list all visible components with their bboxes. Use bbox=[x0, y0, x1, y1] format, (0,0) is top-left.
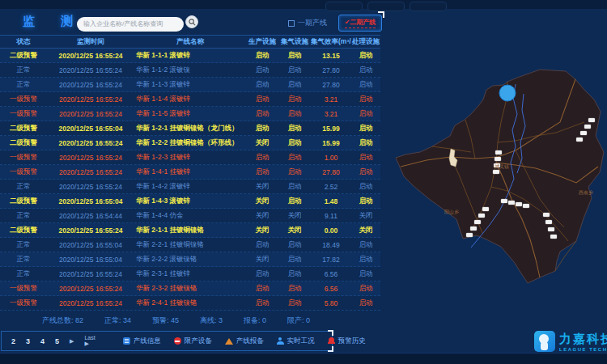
cell-time: 2020/12/25 16:55:24 bbox=[47, 139, 134, 147]
search-box bbox=[77, 15, 198, 29]
table-row[interactable]: 正常2020/12/25 16:55:04华新 2-2-1 挂镀铜镍铬启动启动1… bbox=[0, 238, 380, 252]
cell-time: 2020/12/25 16:54:44 bbox=[47, 212, 134, 220]
enterprise-marker[interactable] bbox=[466, 233, 473, 237]
enterprise-marker[interactable] bbox=[493, 170, 499, 174]
cell-status: 一级预警 bbox=[0, 153, 47, 163]
phase2-toggle-button[interactable]: ✔二期产线 bbox=[338, 15, 382, 32]
cell-prod: 启动 bbox=[246, 95, 278, 104]
enterprise-marker[interactable] bbox=[516, 202, 522, 206]
table-row[interactable]: 一级预警2020/12/25 16:55:24华新 1-1-4 滚镀锌启动启动3… bbox=[0, 92, 380, 107]
enterprise-marker[interactable] bbox=[580, 131, 587, 135]
last-page-button[interactable]: Last ▶ bbox=[84, 335, 95, 347]
alarm-history-button[interactable]: 预警历史 bbox=[328, 336, 366, 346]
summary-产线总数: 产线总数: 82 bbox=[42, 315, 83, 326]
cell-time: 2020/12/25 16:55:04 bbox=[47, 197, 134, 205]
cell-treat: 启动 bbox=[351, 255, 380, 265]
cell-treat: 启动 bbox=[351, 182, 380, 192]
map-cluster-bubble[interactable] bbox=[499, 85, 516, 101]
cell-line: 华新 1-4-2 滚镀锌 bbox=[134, 182, 246, 192]
cell-status: 一级预警 bbox=[0, 284, 47, 294]
enterprise-marker[interactable] bbox=[588, 118, 595, 122]
map-place-label: 城关镇 bbox=[495, 163, 509, 169]
cell-time: 2020/12/25 16:55:24 bbox=[47, 66, 134, 74]
restricted-device-button[interactable]: 限产设备 bbox=[174, 336, 212, 346]
enterprise-marker[interactable] bbox=[548, 227, 554, 231]
enterprise-marker[interactable] bbox=[508, 201, 515, 205]
table-row[interactable]: 正常2020/12/25 16:55:24华新 1-1-3 滚镀锌启动启动27.… bbox=[0, 78, 380, 92]
table-row[interactable]: 一级预警2020/12/25 16:55:24华新 1-1-5 滚镀锌启动启动3… bbox=[0, 107, 380, 121]
cell-time: 2020/12/25 16:55:04 bbox=[47, 256, 134, 264]
monitoring-dashboard: 监 测 一期产线 ✔二期产线 状态 监测时间 产线名称 生产设施 集气设施 集气… bbox=[0, 0, 607, 364]
header: 监 测 一期产线 ✔二期产线 bbox=[0, 9, 607, 35]
table-row[interactable]: 一级预警2020/12/25 16:55:24华新 1-2-3 挂镀锌启动启动1… bbox=[0, 150, 380, 165]
line-info-label: 产线信息 bbox=[134, 336, 161, 346]
cell-time: 2020/12/25 16:55:24 bbox=[47, 168, 134, 176]
cell-eff: 18.49 bbox=[311, 241, 351, 249]
table-row[interactable]: 一级预警2020/12/25 16:55:24华新 1-4-1 挂镀锌启动启动2… bbox=[0, 165, 380, 180]
table-row[interactable]: 正常2020/12/25 16:55:24华新 2-3-1 挂镀锌启动启动6.5… bbox=[0, 267, 380, 281]
enterprise-marker[interactable] bbox=[495, 150, 502, 154]
cell-treat: 启动 bbox=[351, 197, 380, 206]
table-row[interactable]: 正常2020/12/25 16:54:44华新 1-4-4 仿金关闭关闭9.11… bbox=[0, 209, 380, 223]
realtime-status-button[interactable]: 实时工况 bbox=[277, 336, 315, 346]
enterprise-marker[interactable] bbox=[584, 125, 591, 129]
cell-time: 2020/12/25 16:55:24 bbox=[47, 299, 134, 307]
next-page-button[interactable]: ▶ bbox=[70, 338, 74, 345]
line-report-button[interactable]: 产线报备 bbox=[225, 336, 264, 346]
cell-eff: 27.80 bbox=[311, 81, 351, 89]
cell-treat: 启动 bbox=[351, 95, 380, 104]
search-input[interactable] bbox=[77, 17, 184, 32]
page-button-3[interactable]: 3 bbox=[26, 337, 30, 345]
logo-icon bbox=[534, 331, 555, 352]
enterprise-marker[interactable] bbox=[474, 220, 481, 224]
table-row[interactable]: 二级预警2020/12/25 16:55:24华新 2-1-1 挂镀铜镍铬关闭关… bbox=[0, 223, 380, 238]
cell-time: 2020/12/25 16:55:24 bbox=[47, 95, 134, 104]
cell-gas: 启动 bbox=[278, 109, 311, 119]
table-row[interactable]: 正常2020/12/25 16:55:24华新 1-1-2 滚镀镍启动启动27.… bbox=[0, 63, 380, 78]
table-row[interactable]: 一级预警2020/12/25 16:55:24华新 2-4-1 挂镀镍铬启动启动… bbox=[0, 296, 380, 311]
enterprise-marker[interactable] bbox=[495, 157, 501, 161]
map-region-shape bbox=[396, 70, 604, 283]
cell-status: 一级预警 bbox=[0, 167, 47, 177]
cell-time: 2020/12/25 16:55:24 bbox=[47, 81, 134, 89]
cell-status: 正常 bbox=[0, 66, 47, 75]
enterprise-marker[interactable] bbox=[523, 204, 529, 208]
cell-prod: 启动 bbox=[246, 109, 278, 119]
cell-status: 一级预警 bbox=[0, 95, 47, 104]
cell-line: 华新 1-1-2 滚镀镍 bbox=[134, 66, 246, 75]
line-info-button[interactable]: 产线信息 bbox=[123, 336, 161, 346]
alarm-history-label: 预警历史 bbox=[338, 336, 366, 346]
page-button-5[interactable]: 5 bbox=[55, 337, 59, 345]
page-button-4[interactable]: 4 bbox=[40, 337, 45, 345]
page-button-2[interactable]: 2 bbox=[11, 337, 15, 345]
cell-gas: 启动 bbox=[278, 182, 311, 192]
table-row[interactable]: 一级预警2020/12/25 16:55:24华新 2-3-2 挂镀镍铬启动启动… bbox=[0, 281, 380, 296]
checkbox-icon bbox=[288, 20, 295, 27]
cell-time: 2020/12/25 16:55:24 bbox=[47, 183, 134, 191]
phase1-checkbox[interactable]: 一期产线 bbox=[288, 18, 327, 28]
corner-bracket-icon bbox=[328, 330, 333, 336]
table-row[interactable]: 二级预警2020/12/25 16:55:04华新 1-4-3 滚镀锌关闭启动1… bbox=[0, 194, 380, 209]
enterprise-marker[interactable] bbox=[576, 138, 583, 142]
table-row[interactable]: 二级预警2020/12/25 16:55:04华新 1-2-1 挂镀铜镍铬（龙门… bbox=[0, 121, 380, 136]
search-button[interactable] bbox=[185, 15, 198, 28]
cell-prod: 关闭 bbox=[246, 255, 278, 265]
cell-line: 华新 1-4-3 滚镀锌 bbox=[134, 197, 246, 206]
cell-prod: 启动 bbox=[246, 167, 278, 177]
enterprise-marker[interactable] bbox=[482, 207, 489, 211]
table-row[interactable]: 二级预警2020/12/25 16:55:24华新 1-2-2 挂镀铜镍铬（环形… bbox=[0, 136, 380, 150]
table-row[interactable]: 正常2020/12/25 16:55:24华新 1-4-2 滚镀锌关闭启动2.5… bbox=[0, 180, 380, 194]
cell-treat: 启动 bbox=[351, 240, 380, 250]
cell-prod: 关闭 bbox=[246, 197, 278, 206]
region-map[interactable]: 阳山乡西南乡城关镇 bbox=[394, 45, 606, 317]
enterprise-marker[interactable] bbox=[501, 199, 507, 203]
enterprise-marker[interactable] bbox=[543, 213, 550, 217]
table-row[interactable]: 正常2020/12/25 16:55:04华新 2-2-2 滚镀镍铬关闭启动17… bbox=[0, 252, 380, 267]
table-row[interactable]: 二级预警2020/12/25 16:55:24华新 1-1-1 滚镀锌启动启动1… bbox=[0, 49, 380, 63]
col-prod: 生产设施 bbox=[246, 37, 278, 47]
enterprise-marker[interactable] bbox=[550, 235, 557, 239]
enterprise-marker[interactable] bbox=[470, 226, 477, 231]
enterprise-marker[interactable] bbox=[545, 220, 552, 224]
enterprise-marker[interactable] bbox=[478, 214, 485, 218]
phase1-label: 一期产线 bbox=[298, 18, 327, 28]
